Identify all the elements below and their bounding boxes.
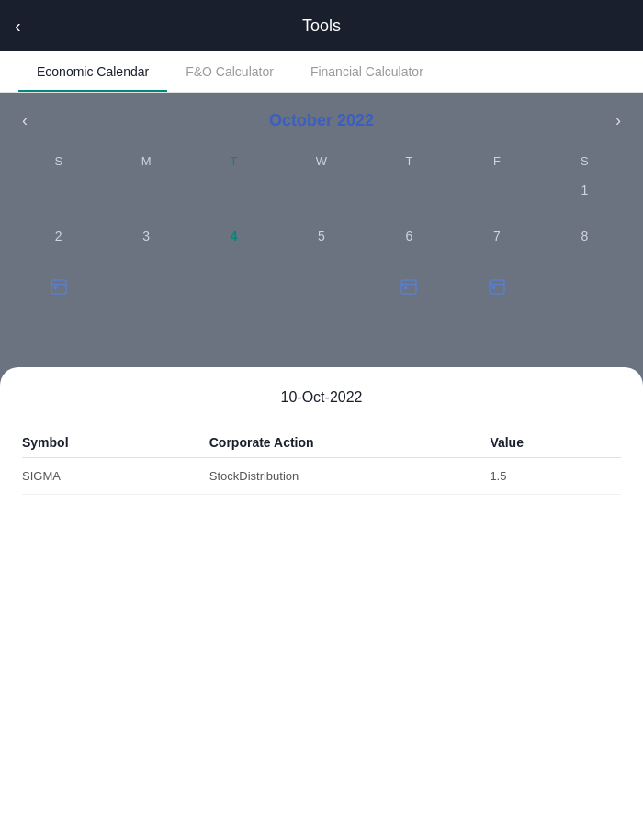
day-header-fri: F — [453, 149, 540, 174]
calendar-nav: ‹ October 2022 › — [15, 107, 628, 134]
day-cell-icon-thu[interactable] — [366, 265, 453, 311]
day-header-sun: S — [15, 149, 102, 174]
day-cell-2[interactable]: 2 — [15, 219, 102, 265]
calendar-grid: S M T W T F S 1 2 3 4 5 6 7 8 — [15, 149, 628, 311]
corporate-actions-table: Symbol Corporate Action Value SIGMA Stoc… — [22, 428, 621, 495]
sheet-date: 10-Oct-2022 — [22, 389, 621, 406]
table-row: SIGMA StockDistribution 1.5 — [22, 458, 621, 495]
calendar-event-icon — [400, 278, 417, 298]
day-header-tue: T — [190, 149, 277, 174]
day-cell-8[interactable]: 8 — [541, 219, 628, 265]
day-cell-empty — [541, 265, 628, 311]
table-header: Symbol Corporate Action Value — [22, 428, 621, 458]
day-header-sat: S — [541, 149, 628, 174]
day-cell — [277, 174, 365, 219]
day-cell-6[interactable]: 6 — [366, 219, 453, 265]
day-cell-icon-fri[interactable] — [453, 265, 540, 311]
page-title: Tools — [302, 17, 341, 36]
col-header-value: Value — [490, 435, 621, 450]
day-cell — [190, 174, 277, 219]
tab-financial-calculator[interactable]: Financial Calculator — [292, 51, 442, 92]
day-cell — [15, 174, 102, 219]
day-cell — [102, 174, 189, 219]
col-header-corporate-action: Corporate Action — [209, 435, 491, 450]
day-cell-empty — [190, 265, 277, 311]
bottom-sheet: 10-Oct-2022 Symbol Corporate Action Valu… — [0, 367, 643, 840]
day-cell-empty — [102, 265, 189, 311]
day-cell — [366, 174, 453, 219]
day-cell-3[interactable]: 3 — [102, 219, 189, 265]
svg-rect-6 — [490, 280, 504, 294]
prev-month-button[interactable]: ‹ — [15, 107, 35, 134]
day-header-thu: T — [366, 149, 453, 174]
tab-fo-calculator[interactable]: F&O Calculator — [167, 51, 292, 92]
calendar-month-title: October 2022 — [269, 111, 374, 130]
tab-economic-calendar[interactable]: Economic Calendar — [18, 51, 167, 92]
calendar-event-icon — [51, 278, 67, 298]
calendar-event-icon — [489, 278, 505, 298]
svg-rect-2 — [54, 286, 57, 289]
cell-symbol: SIGMA — [22, 469, 209, 483]
day-cell — [453, 174, 540, 219]
day-cell-4-today[interactable]: 4 — [190, 219, 277, 265]
svg-rect-0 — [51, 280, 66, 294]
day-header-mon: M — [102, 149, 189, 174]
col-header-symbol: Symbol — [22, 435, 209, 450]
cell-corporate-action: StockDistribution — [209, 469, 491, 483]
svg-rect-3 — [401, 280, 416, 294]
tab-bar: Economic Calendar F&O Calculator Financi… — [0, 51, 643, 93]
day-cell-5[interactable]: 5 — [277, 219, 365, 265]
day-cell-7[interactable]: 7 — [453, 219, 540, 265]
svg-rect-8 — [492, 286, 495, 289]
back-button[interactable]: ‹ — [15, 16, 21, 37]
cell-value: 1.5 — [490, 469, 621, 483]
svg-rect-5 — [404, 286, 407, 289]
day-cell-1[interactable]: 1 — [541, 174, 628, 219]
header: ‹ Tools — [0, 0, 643, 51]
day-cell-empty — [277, 265, 365, 311]
day-cell-icon-sun[interactable] — [15, 265, 102, 311]
day-header-wed: W — [277, 149, 365, 174]
next-month-button[interactable]: › — [608, 107, 628, 134]
